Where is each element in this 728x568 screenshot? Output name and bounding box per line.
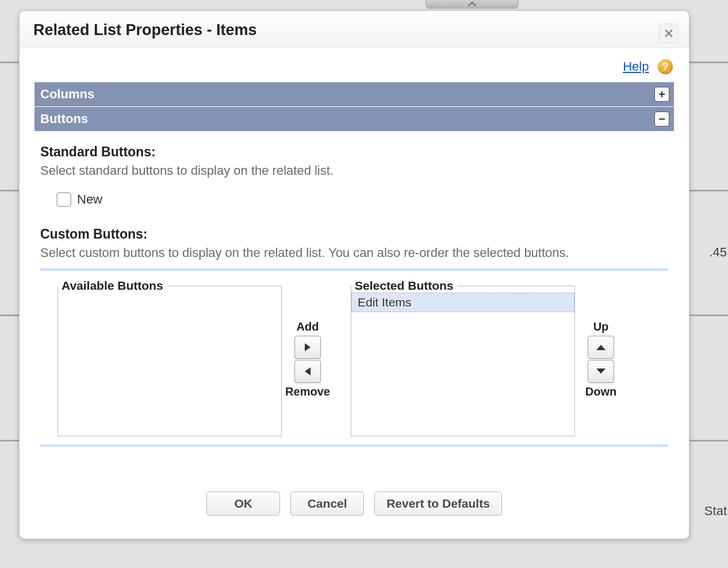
remove-button[interactable] (294, 360, 321, 383)
close-button[interactable] (659, 24, 679, 43)
dialog-footer: OK Cancel Revert to Defaults (20, 469, 689, 539)
buttons-section-panel: Standard Buttons: Select standard button… (35, 132, 674, 447)
standard-buttons-description: Select standard buttons to display on th… (40, 163, 668, 178)
buttons-section-title: Buttons (40, 112, 88, 126)
expand-icon[interactable]: + (654, 87, 669, 102)
arrow-left-icon (304, 367, 312, 376)
dialog-header: Related List Properties - Items (20, 11, 689, 48)
selected-buttons-fieldset: Selected Buttons Edit Items (351, 279, 575, 436)
selected-buttons-listbox[interactable]: Edit Items (351, 293, 574, 436)
new-button-label: New (77, 192, 102, 207)
help-row: Help ? (35, 56, 674, 82)
dialog-title: Related List Properties - Items (33, 21, 675, 39)
background-label: Stat (704, 504, 727, 519)
arrow-down-icon (596, 368, 606, 375)
checkbox-icon[interactable] (56, 192, 71, 207)
arrow-up-icon (596, 344, 606, 351)
columns-section-title: Columns (40, 87, 94, 102)
add-label: Add (282, 320, 334, 333)
move-up-button[interactable] (588, 336, 614, 359)
move-down-button[interactable] (588, 360, 614, 383)
available-buttons-legend: Available Buttons (58, 279, 167, 293)
arrow-right-icon (304, 343, 312, 352)
buttons-section-header[interactable]: Buttons − (35, 107, 674, 132)
background-value: .45 (709, 245, 727, 260)
available-buttons-listbox[interactable] (58, 293, 281, 436)
revert-to-defaults-button[interactable]: Revert to Defaults (374, 492, 502, 516)
standard-buttons-heading: Standard Buttons: (40, 144, 668, 160)
ok-button[interactable]: OK (206, 492, 280, 516)
dueling-lists: Available Buttons Add Remove Selected Bu… (40, 268, 668, 447)
up-down-controls: Up Down (575, 271, 627, 401)
columns-section-header[interactable]: Columns + (35, 82, 674, 107)
custom-buttons-description: Select custom buttons to display on the … (40, 245, 668, 260)
new-button-checkbox-row[interactable]: New (40, 192, 668, 207)
help-link[interactable]: Help (623, 59, 649, 74)
collapse-icon[interactable]: − (654, 112, 669, 126)
remove-label: Remove (282, 385, 334, 398)
available-buttons-fieldset: Available Buttons (58, 279, 282, 436)
cancel-button[interactable]: Cancel (290, 492, 364, 516)
add-remove-controls: Add Remove (282, 271, 334, 401)
down-label: Down (575, 385, 627, 398)
dialog-body: Help ? Columns + Buttons − Standard Butt… (20, 48, 689, 469)
pull-tab-icon (426, 0, 519, 9)
custom-buttons-heading: Custom Buttons: (40, 227, 668, 242)
add-button[interactable] (294, 336, 321, 359)
selected-buttons-legend: Selected Buttons (351, 279, 457, 293)
close-icon (664, 29, 673, 38)
up-label: Up (575, 320, 627, 333)
list-item[interactable]: Edit Items (351, 293, 574, 312)
related-list-properties-dialog: Related List Properties - Items Help ? C… (19, 10, 689, 539)
help-icon[interactable]: ? (658, 59, 673, 74)
